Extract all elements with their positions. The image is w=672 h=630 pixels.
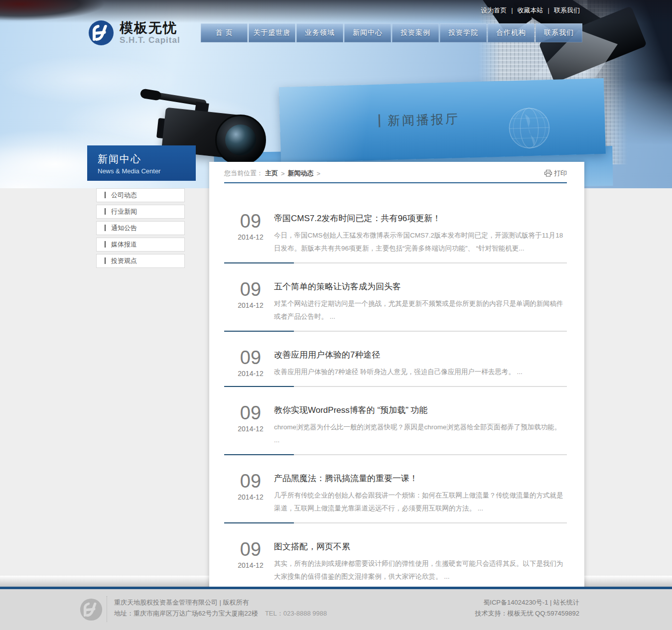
news-summary: 几乎所有传统企业的创始人都会跟我讲一个烦恼：如何在互联网上做流量？传统做流量的方… bbox=[274, 489, 567, 515]
contact-link[interactable]: 联系我们 bbox=[554, 6, 580, 14]
news-title-link[interactable]: 五个简单的策略让访客成为回头客 bbox=[274, 281, 567, 293]
news-day: 09 bbox=[227, 348, 274, 368]
news-date: 092014-12 bbox=[227, 279, 274, 309]
breadcrumb-separator: > bbox=[317, 170, 321, 177]
sidebar-item-label: 媒体报道 bbox=[111, 241, 137, 248]
nav-item-home[interactable]: 首 页 bbox=[201, 23, 248, 42]
news-item: 092014-12 帝国CMS7.2发布时间已定：共有96项更新！今日，帝国CM… bbox=[224, 203, 567, 271]
camera-lens-glass bbox=[225, 125, 256, 155]
news-yearmonth: 2014-12 bbox=[227, 561, 274, 569]
printer-icon bbox=[544, 170, 552, 177]
news-summary: chrome浏览器为什么比一般的浏览器快呢？原因是chrome浏览器给全部页面都… bbox=[274, 421, 567, 447]
news-date: 092014-12 bbox=[227, 403, 274, 433]
nav-item-cases[interactable]: 投资案例 bbox=[392, 23, 439, 42]
main-nav: 首 页 关于盛世唐 业务领域 新闻中心 投资案例 投资学院 合作机构 联系我们 bbox=[201, 23, 583, 42]
news-yearmonth: 2014-12 bbox=[227, 233, 274, 241]
news-item: 092014-12 改善应用用户体验的7种途径改善应用用户体验的7种途径 聆听身… bbox=[224, 340, 567, 395]
tick-icon bbox=[105, 208, 106, 215]
sidebar-item-notices[interactable]: 通知公告 bbox=[96, 221, 185, 235]
footer-logo-icon[interactable] bbox=[80, 598, 103, 621]
news-title-link[interactable]: 改善应用用户体验的7种途径 bbox=[274, 349, 567, 361]
nav-item-news[interactable]: 新闻中心 bbox=[344, 23, 391, 42]
footer-tel: TEL：023-8888 9988 bbox=[265, 610, 327, 617]
bookmark-link[interactable]: 收藏本站 bbox=[518, 6, 543, 14]
sidebar-item-label: 通知公告 bbox=[111, 224, 137, 232]
news-item: 092014-12 教你实现WordPress博客的 “预加载” 功能chrom… bbox=[224, 395, 567, 463]
news-item: 092014-12 五个简单的策略让访客成为回头客对某个网站进行定期访问是一个挑… bbox=[224, 271, 567, 340]
footer-meta: 蜀ICP备14024230号-1 | 站长统计 技术支持：模板无忧 QQ:597… bbox=[475, 597, 579, 619]
nav-item-business[interactable]: 业务领域 bbox=[296, 23, 343, 42]
sidebar-item-label: 投资观点 bbox=[111, 257, 137, 264]
footer-support-link[interactable]: 技术支持：模板无忧 QQ:597459892 bbox=[475, 608, 579, 619]
breadcrumb-label: 您当前位置： bbox=[224, 169, 263, 178]
sidebar-item-label: 公司动态 bbox=[111, 191, 137, 199]
breadcrumb-current-link[interactable]: 新闻动态 bbox=[288, 169, 314, 178]
breadcrumb-home-link[interactable]: 主页 bbox=[265, 169, 278, 178]
logo-icon bbox=[88, 20, 114, 46]
news-title-link[interactable]: 图文搭配，网页不累 bbox=[274, 541, 567, 553]
news-date: 092014-12 bbox=[227, 539, 274, 569]
top-left-photo-fragment bbox=[0, 0, 130, 21]
sidebar-item-label: 行业新闻 bbox=[111, 208, 137, 215]
logo-text: 模板无忧 S.H.T. Capital bbox=[120, 20, 180, 45]
news-yearmonth: 2014-12 bbox=[227, 425, 274, 433]
news-yearmonth: 2014-12 bbox=[227, 493, 274, 501]
utility-links: 设为首页|收藏本站|联系我们 bbox=[481, 6, 580, 15]
sidebar-item-media-reports[interactable]: 媒体报道 bbox=[96, 238, 185, 252]
news-day: 09 bbox=[227, 403, 274, 423]
news-day: 09 bbox=[227, 471, 274, 491]
logo-subtitle: S.H.T. Capital bbox=[120, 36, 180, 45]
divider: | bbox=[511, 6, 513, 14]
studio-panel-title: 新闻播报厅 bbox=[379, 112, 460, 127]
studio-panel: 新闻播报厅 bbox=[279, 78, 606, 163]
news-day: 09 bbox=[227, 211, 274, 231]
footer-address-line: 地址：重庆市南岸区万达广场62号力宝大厦南22楼TEL：023-8888 998… bbox=[114, 608, 327, 619]
globe-icon bbox=[505, 104, 554, 153]
news-list: 092014-12 帝国CMS7.2发布时间已定：共有96项更新！今日，帝国CM… bbox=[224, 203, 567, 600]
sidebar-header: 新闻中心 News & Media Center bbox=[87, 145, 196, 181]
news-yearmonth: 2014-12 bbox=[227, 370, 274, 378]
news-title-link[interactable]: 教你实现WordPress博客的 “预加载” 功能 bbox=[274, 404, 567, 416]
footer-address: 地址：重庆市南岸区万达广场62号力宝大厦南22楼 bbox=[114, 610, 258, 617]
print-button[interactable]: 打印 bbox=[544, 169, 567, 178]
footer-divider bbox=[107, 596, 107, 622]
breadcrumb-separator: > bbox=[281, 170, 285, 177]
news-date: 092014-12 bbox=[227, 211, 274, 241]
news-date: 092014-12 bbox=[227, 348, 274, 378]
sidebar-item-industry-news[interactable]: 行业新闻 bbox=[96, 205, 185, 219]
sidebar-item-company-news[interactable]: 公司动态 bbox=[96, 188, 185, 202]
news-day: 09 bbox=[227, 279, 274, 299]
news-yearmonth: 2014-12 bbox=[227, 301, 274, 309]
nav-item-contact[interactable]: 联系我们 bbox=[536, 23, 582, 42]
news-title-link[interactable]: 帝国CMS7.2发布时间已定：共有96项更新！ bbox=[274, 213, 567, 225]
tick-icon bbox=[105, 192, 106, 198]
news-title-link[interactable]: 产品黑魔法：腾讯搞流量的重要一课！ bbox=[274, 473, 567, 485]
news-summary: 改善应用用户体验的7种途径 聆听身边人意见，强迫自己像应用用户一样去思考。 ..… bbox=[274, 366, 567, 378]
tick-icon bbox=[105, 241, 106, 248]
page: 新闻播报厅 设为首页|收藏本站|联系我们 bbox=[0, 0, 672, 630]
footer-icp-link[interactable]: 蜀ICP备14024230号-1 | 站长统计 bbox=[475, 597, 579, 608]
tick-icon bbox=[105, 257, 106, 264]
nav-item-partners[interactable]: 合作机构 bbox=[488, 23, 535, 42]
logo-title: 模板无忧 bbox=[120, 20, 180, 36]
news-summary: 对某个网站进行定期访问是一个挑战，尤其是更新不频繁或是你所更新的内容只是单调的新… bbox=[274, 297, 567, 323]
sidebar-item-investment-views[interactable]: 投资观点 bbox=[96, 254, 185, 268]
footer-company-info: 重庆天地股权投资基金管理有限公司 | 版权所有 地址：重庆市南岸区万达广场62号… bbox=[114, 597, 327, 619]
sidebar-subtitle: News & Media Center bbox=[98, 167, 196, 175]
news-summary: 今日，帝国CMS创始人王猛发布微博表示帝国CMS7.2版本发布时间已定，开源测试… bbox=[274, 229, 567, 255]
breadcrumb: 您当前位置： 主页 > 新闻动态 > 打印 bbox=[224, 162, 567, 183]
divider: | bbox=[548, 6, 549, 14]
news-summary: 其实，所有的法则或规律都需要设计师们的弹性使用，生搬硬套可能只会适得其反。以下是… bbox=[274, 557, 567, 583]
news-day: 09 bbox=[227, 539, 274, 559]
news-date: 092014-12 bbox=[227, 471, 274, 501]
nav-item-about[interactable]: 关于盛世唐 bbox=[249, 23, 295, 42]
site-logo[interactable]: 模板无忧 S.H.T. Capital bbox=[88, 20, 180, 46]
news-item: 092014-12 产品黑魔法：腾讯搞流量的重要一课！几乎所有传统企业的创始人都… bbox=[224, 463, 567, 531]
print-label: 打印 bbox=[554, 169, 567, 178]
sidebar-title: 新闻中心 bbox=[98, 152, 196, 166]
content-panel: 您当前位置： 主页 > 新闻动态 > 打印 092014-12 帝国CMS7.2… bbox=[209, 162, 584, 630]
tick-icon bbox=[105, 225, 106, 231]
nav-item-academy[interactable]: 投资学院 bbox=[440, 23, 487, 42]
footer: 重庆天地股权投资基金管理有限公司 | 版权所有 地址：重庆市南岸区万达广场62号… bbox=[0, 589, 672, 630]
set-homepage-link[interactable]: 设为首页 bbox=[481, 6, 507, 14]
